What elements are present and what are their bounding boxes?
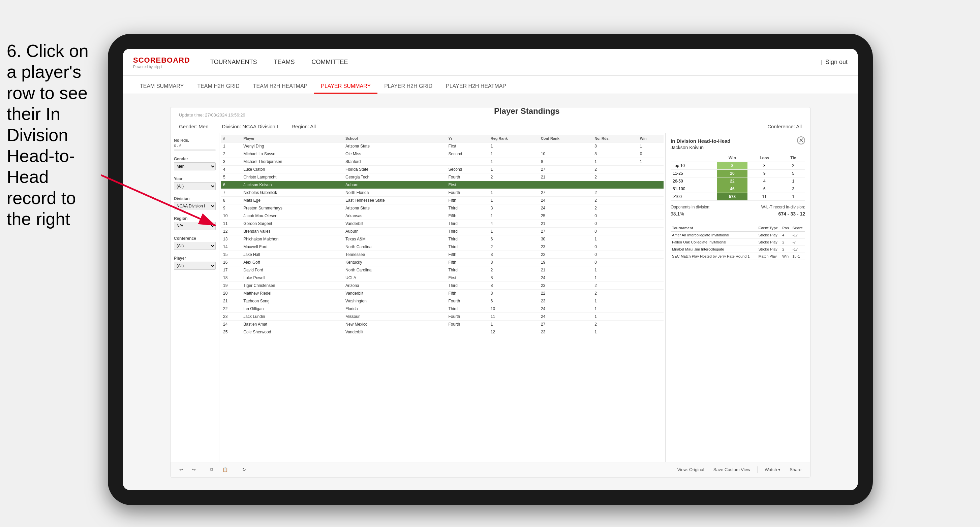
cell-conf: [539, 181, 592, 189]
cell-win: [638, 189, 663, 196]
h2h-header-row: Win Loss Tie: [671, 154, 805, 162]
cell-conf: 10: [539, 150, 592, 157]
sub-nav: TEAM SUMMARY TEAM H2H GRID TEAM H2H HEAT…: [123, 76, 858, 94]
bottom-toolbar: ↩ ↪ ⧉ 📋 ↻ View: Original Save Custom Vie…: [170, 462, 810, 477]
cell-win: [638, 243, 663, 251]
h2h-win: 46: [717, 185, 748, 193]
cell-yr: Fourth: [447, 313, 488, 320]
cell-reg: 1: [488, 212, 539, 219]
table-row[interactable]: 14 Maxwell Ford North Carolina Third 2 2…: [221, 243, 663, 251]
cell-reg: 12: [488, 328, 539, 336]
update-time: Update time: 27/03/2024 16:56:26: [179, 113, 245, 117]
watch-button[interactable]: Watch ▾: [763, 466, 783, 473]
table-row[interactable]: 4 Luke Claton Florida State Second 1 27 …: [221, 165, 663, 173]
cell-reg: 2: [488, 266, 539, 274]
tab-team-summary[interactable]: TEAM SUMMARY: [133, 80, 190, 94]
division-select[interactable]: NCAA Division I: [174, 202, 216, 210]
table-row[interactable]: 1 Wenyi Ding Arizona State First 1 8 1: [221, 142, 663, 150]
undo-button[interactable]: ↩: [177, 466, 185, 473]
cell-conf: 23: [539, 297, 592, 305]
table-row[interactable]: 6 Jackson Koivun Auburn First: [221, 181, 663, 189]
table-row[interactable]: 8 Mats Ege East Tennessee State Fifth 1 …: [221, 196, 663, 204]
table-row[interactable]: 13 Phichaksn Maichon Texas A&M Third 6 3…: [221, 235, 663, 243]
copy-button[interactable]: ⧉: [208, 466, 215, 473]
cell-player: Tiger Christensen: [241, 281, 344, 289]
left-sidebar: No Rds. 6 - 6 Gender Men: [170, 133, 220, 462]
table-row[interactable]: 19 Tiger Christensen Arizona Third 8 23 …: [221, 281, 663, 289]
h2h-col-range: [671, 154, 717, 162]
main-content: Update time: 27/03/2024 16:56:26 Player …: [123, 94, 858, 490]
paste-button[interactable]: 📋: [220, 466, 230, 473]
refresh-button[interactable]: ↻: [240, 466, 248, 473]
save-custom-button[interactable]: Save Custom View: [711, 466, 752, 473]
tournament-col-pos: Pos: [781, 225, 791, 232]
cell-school: Vanderbilt: [344, 289, 446, 297]
tab-team-h2h-heatmap[interactable]: TEAM H2H HEATMAP: [247, 80, 314, 94]
table-row[interactable]: 11 Gordon Sargent Vanderbilt Third 4 21 …: [221, 219, 663, 227]
table-row[interactable]: 23 Jack Lundin Missouri Fourth 11 24 1: [221, 313, 663, 320]
table-row[interactable]: 12 Brendan Valles Auburn Third 1 27 0: [221, 227, 663, 235]
cell-rds: 2: [592, 173, 638, 181]
table-row[interactable]: 24 Bastien Amat New Mexico Fourth 1 27 2: [221, 320, 663, 328]
table-row[interactable]: 20 Matthew Riedel Vanderbilt Fifth 8 22 …: [221, 289, 663, 297]
region-select[interactable]: N/A: [174, 222, 216, 230]
tour-pos: 2: [781, 238, 791, 246]
cell-conf: 24: [539, 305, 592, 313]
tab-player-h2h-heatmap[interactable]: PLAYER H2H HEATMAP: [439, 80, 513, 94]
h2h-player-name: Jackson Koivun: [671, 145, 730, 150]
table-row[interactable]: 15 Jake Hall Tennessee Fifth 3 22 0: [221, 251, 663, 258]
table-row[interactable]: 5 Christo Lamprecht Georgia Tech Fourth …: [221, 173, 663, 181]
table-row[interactable]: 3 Michael Thorbjornsen Stanford 1 8 1 1: [221, 157, 663, 165]
sign-out-button[interactable]: Sign out: [825, 57, 848, 67]
table-area: # Player School Yr Reg Rank Conf Rank No…: [220, 133, 665, 462]
cell-reg: 8: [488, 274, 539, 281]
cell-win: [638, 251, 663, 258]
player-select[interactable]: (All): [174, 262, 216, 270]
table-row[interactable]: 9 Preston Summerhays Arizona State Third…: [221, 204, 663, 212]
table-row[interactable]: 10 Jacob Mou-Olesen Arkansas Fifth 1 25 …: [221, 212, 663, 219]
cell-rds: [592, 181, 638, 189]
gender-select[interactable]: Men: [174, 162, 216, 170]
tab-team-h2h-grid[interactable]: TEAM H2H GRID: [190, 80, 246, 94]
table-row[interactable]: 25 Cole Sherwood Vanderbilt 12 23 1: [221, 328, 663, 336]
h2h-range: >100: [671, 193, 717, 200]
h2h-tie: 1: [781, 193, 805, 200]
nav-teams[interactable]: TEAMS: [274, 57, 295, 67]
share-button[interactable]: Share: [788, 466, 803, 473]
cell-num: 5: [221, 173, 241, 181]
table-row[interactable]: 2 Michael La Sasso Ole Miss Second 1 10 …: [221, 150, 663, 157]
table-row[interactable]: 17 David Ford North Carolina Third 2 21 …: [221, 266, 663, 274]
logo-title: SCOREBOARD: [133, 56, 190, 65]
cell-conf: [539, 142, 592, 150]
tour-name: SEC Match Play Hosted by Jerry Pate Roun…: [671, 252, 757, 260]
h2h-close-button[interactable]: ✕: [797, 137, 805, 144]
year-select[interactable]: (All): [174, 182, 216, 190]
filters-row: Gender: Men Division: NCAA Division I Re…: [179, 120, 802, 131]
nav-committee[interactable]: COMMITTEE: [312, 57, 348, 67]
save-custom-label: Save Custom View: [713, 467, 751, 472]
cell-win: 1: [638, 157, 663, 165]
col-no-rds: No. Rds.: [592, 135, 638, 143]
cell-win: [638, 320, 663, 328]
nav-tournaments[interactable]: TOURNAMENTS: [210, 57, 257, 67]
table-row[interactable]: 16 Alex Goff Kentucky Fifth 8 19 0: [221, 258, 663, 266]
cell-school: Stanford: [344, 157, 446, 165]
cell-conf: 21: [539, 173, 592, 181]
redo-button[interactable]: ↪: [190, 466, 198, 473]
conference-select[interactable]: (All): [174, 242, 216, 250]
tab-player-h2h-grid[interactable]: PLAYER H2H GRID: [377, 80, 439, 94]
table-row[interactable]: 18 Luke Powell UCLA First 8 24 1: [221, 274, 663, 281]
table-row[interactable]: 7 Nicholas Gabrelcik North Florida Fourt…: [221, 189, 663, 196]
cell-player: Jackson Koivun: [241, 181, 344, 189]
table-row[interactable]: 21 Taehoon Song Washington Fourth 6 23 1: [221, 297, 663, 305]
cell-yr: Third: [447, 227, 488, 235]
cell-rds: 1: [592, 297, 638, 305]
cell-player: Ian Gilligan: [241, 305, 344, 313]
tab-player-summary[interactable]: PLAYER SUMMARY: [314, 80, 377, 94]
rounds-slider[interactable]: [174, 149, 216, 151]
view-original-button[interactable]: View: Original: [675, 466, 706, 473]
cell-player: Alex Goff: [241, 258, 344, 266]
table-row[interactable]: 22 Ian Gilligan Florida Third 10 24 1: [221, 305, 663, 313]
cell-conf: 27: [539, 320, 592, 328]
filter-gender: Gender: Men: [179, 124, 208, 129]
